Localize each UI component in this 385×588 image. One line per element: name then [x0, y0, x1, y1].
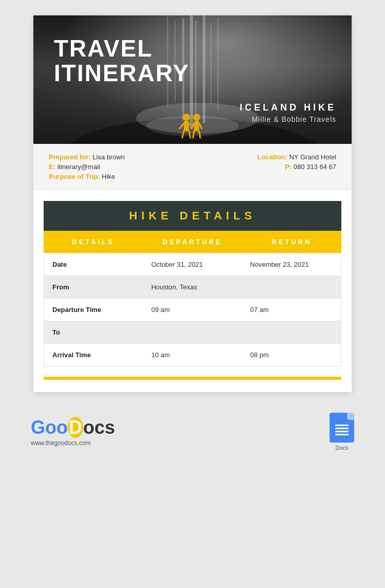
docs-wrapper: Docs [330, 413, 354, 451]
logo-ocs: ocs [83, 417, 115, 438]
table-header-row: DETAILS DEPARTURE RETURN [44, 231, 341, 253]
document: TRAVEL ITINERARY ICELAND HIKE Millie & B… [33, 15, 352, 392]
footer-url: www.thegoodocs.com [31, 439, 115, 447]
phone-label: P: [285, 163, 292, 171]
purpose-value: Hike [102, 173, 115, 180]
hike-header-text: HIKE DETAILS [52, 209, 333, 223]
logo-goo: Goo [31, 417, 68, 438]
docs-icon-lines [335, 425, 349, 435]
logo-d: D [68, 417, 83, 438]
arr-time-departure: 10 am [143, 344, 242, 366]
svg-line-22 [199, 131, 200, 138]
info-row-1: Prepared for: Lisa brown E: itinerary@ma… [49, 153, 336, 180]
footer-section: GooDocs www.thegoodocs.com Docs [0, 397, 385, 466]
svg-line-21 [193, 131, 194, 138]
location: Location: NY Grand Hotel [257, 153, 336, 161]
phone: P: 080 313 64 67 [257, 163, 336, 171]
purpose: Purpose of Trip: Hike [49, 173, 125, 180]
hero-title-line2: ITINERARY [54, 61, 189, 85]
purpose-label: Purpose of Trip: [49, 173, 100, 180]
hike-header: HIKE DETAILS [44, 201, 341, 231]
hero-title-block: TRAVEL ITINERARY [54, 36, 189, 86]
logo-text: GooDocs [31, 417, 115, 438]
svg-point-17 [193, 114, 200, 121]
dep-time-return: 07 am [242, 299, 341, 321]
date-return: November 23, 2021 [242, 253, 341, 275]
arr-time-label: Arrival Time [44, 344, 143, 366]
svg-rect-8 [217, 18, 219, 111]
svg-point-11 [183, 114, 190, 121]
svg-rect-7 [210, 23, 211, 105]
info-left: Prepared for: Lisa brown E: itinerary@ma… [49, 153, 125, 180]
docs-line [335, 431, 349, 432]
hero-subtitle-block: ICELAND HIKE Millie & Bobbie Travels [240, 102, 336, 123]
hero-section: TRAVEL ITINERARY ICELAND HIKE Millie & B… [33, 15, 352, 144]
col-header-details: DETAILS [44, 231, 143, 253]
info-right: Location: NY Grand Hotel P: 080 313 64 6… [257, 153, 336, 180]
hero-subtitle-title: ICELAND HIKE [240, 102, 336, 113]
docs-line [335, 428, 349, 429]
to-return [242, 321, 341, 343]
email-value2: itinerary@mail [57, 163, 100, 171]
location-label: Location: [257, 153, 287, 161]
svg-rect-18 [194, 121, 199, 131]
hero-brand-name: Millie & Bobbie Travels [240, 115, 336, 123]
col-header-return: RETURN [242, 231, 341, 253]
email: E: itinerary@mail [49, 163, 125, 171]
from-label: From [44, 276, 143, 298]
email-label: E: [49, 163, 55, 171]
table-row: Date October 31, 2021 November 23, 2021 [44, 253, 341, 276]
col-header-departure: DEPARTURE [143, 231, 242, 253]
arr-time-return: 08 pm [242, 344, 341, 366]
prepared-for: Prepared for: Lisa brown [49, 153, 125, 161]
hero-title-line1: TRAVEL [54, 36, 189, 61]
info-section: Prepared for: Lisa brown E: itinerary@ma… [33, 144, 352, 191]
docs-line [335, 425, 349, 426]
table-row: Departure Time 09 am 07 am [44, 299, 341, 321]
to-label: To [44, 321, 143, 343]
bottom-bar [44, 377, 341, 380]
date-departure: October 31, 2021 [143, 253, 242, 275]
table-row: From Houston, Texas [44, 276, 341, 299]
table-section: DETAILS DEPARTURE RETURN Date October 31… [44, 231, 341, 366]
docs-line [335, 434, 349, 435]
prepared-for-label: Prepared for: [49, 153, 91, 161]
docs-label: Docs [335, 445, 348, 451]
dep-time-departure: 09 am [143, 299, 242, 321]
to-departure [143, 321, 242, 343]
prepared-for-value: Lisa brown [92, 153, 125, 161]
table-body: Date October 31, 2021 November 23, 2021 … [44, 253, 341, 366]
docs-icon [330, 413, 354, 443]
from-departure: Houston, Texas [143, 276, 242, 298]
date-label: Date [44, 253, 143, 275]
table-row: To [44, 321, 341, 344]
footer-logo: GooDocs www.thegoodocs.com [31, 417, 115, 447]
table-row: Arrival Time 10 am 08 pm [44, 344, 341, 366]
location-value: NY Grand Hotel [289, 153, 336, 161]
phone-value: 080 313 64 67 [294, 163, 336, 171]
dep-time-label: Departure Time [44, 299, 143, 321]
from-return [242, 276, 341, 298]
